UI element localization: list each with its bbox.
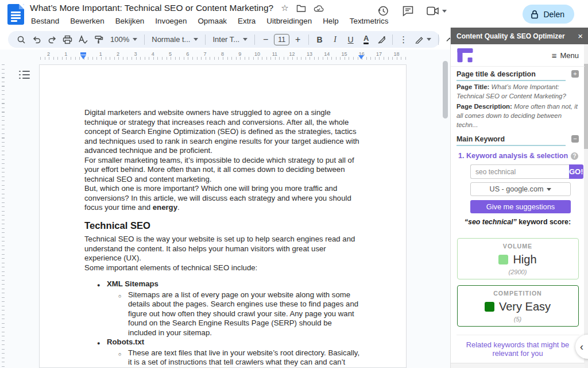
main-keyword-heading: Main Keyword xyxy=(457,135,505,143)
ruler-number: 1 xyxy=(99,51,102,57)
left-indent-marker[interactable] xyxy=(80,55,86,59)
version-history-icon[interactable] xyxy=(377,5,389,17)
ruler-number: 6 xyxy=(186,51,189,57)
underline-button[interactable]: U xyxy=(343,32,358,47)
ruler-number: 2 xyxy=(47,51,50,57)
sidebar-header: Content Quality & SEO Optimizer × xyxy=(451,28,588,44)
related-keywords-heading: Related keywords that might be relevant … xyxy=(457,335,579,358)
move-folder-icon[interactable] xyxy=(296,4,306,13)
lock-icon xyxy=(531,10,539,19)
paint-format-icon[interactable] xyxy=(91,32,106,47)
right-indent-marker[interactable] xyxy=(358,55,364,59)
editing-mode-button[interactable] xyxy=(412,32,435,47)
bullet-icon: ● xyxy=(97,338,107,348)
list-item[interactable]: ○Sitemaps are a list of every page on yo… xyxy=(84,290,362,338)
spellcheck-icon[interactable] xyxy=(76,32,90,47)
bullet-list: ●XML Sitemaps ○Sitemaps are a list of ev… xyxy=(84,279,362,368)
document-title[interactable]: What’s More Important: Technical SEO or … xyxy=(30,3,273,13)
cloud-status-icon[interactable] xyxy=(314,4,324,12)
menu-bekijken[interactable]: Bekijken xyxy=(115,17,145,25)
textmetrics-logo xyxy=(457,48,474,63)
close-icon[interactable]: × xyxy=(578,32,583,40)
list-item[interactable]: ○These are text files that live in your … xyxy=(84,348,362,368)
sidebar-menu-button[interactable]: ≡ Menu xyxy=(552,51,579,60)
ruler-number: 4 xyxy=(152,51,154,57)
italic-button[interactable]: I xyxy=(328,32,342,47)
menu-bar: Bestand Bewerken Bekijken Invoegen Opmaa… xyxy=(31,17,388,25)
ruler-number: 15 xyxy=(341,51,347,57)
document-page[interactable]: Digital marketers and website owners hav… xyxy=(39,64,407,368)
competition-label: COMPETITION xyxy=(458,290,578,297)
expand-section-button[interactable]: + xyxy=(571,70,579,78)
hamburger-icon: ≡ xyxy=(552,51,557,60)
page-title-desc-heading: Page title & description xyxy=(457,70,536,78)
paragraph[interactable]: Technical SEO is the way your website is… xyxy=(84,235,362,263)
paragraph[interactable]: Digital marketers and website owners hav… xyxy=(84,108,362,156)
menu-bestand[interactable]: Bestand xyxy=(31,17,59,25)
ruler-number: 2 xyxy=(117,51,119,57)
list-item[interactable]: ●XML Sitemaps xyxy=(84,279,362,290)
sidebar-scrollbar-track[interactable] xyxy=(584,44,588,368)
first-line-indent-marker[interactable] xyxy=(80,52,86,55)
keyword-score-label: “seo technical” keyword score: xyxy=(457,218,579,226)
font-size-increase-button[interactable]: + xyxy=(291,32,305,47)
list-item[interactable]: ●Robots.txt xyxy=(84,338,362,348)
print-icon[interactable] xyxy=(60,32,75,47)
sidebar-menu-label: Menu xyxy=(560,51,579,60)
zoom-select[interactable]: 100% xyxy=(107,35,141,44)
search-icon[interactable] xyxy=(14,32,28,47)
undo-icon[interactable] xyxy=(29,32,44,47)
font-size-input[interactable] xyxy=(274,34,289,45)
section-heading[interactable]: Technical SEO xyxy=(84,221,362,231)
menu-help[interactable]: Help xyxy=(323,17,339,25)
paragraph[interactable]: But, which one is more important? Which … xyxy=(84,184,362,213)
menu-invoegen[interactable]: Invoegen xyxy=(155,17,187,25)
share-button[interactable]: Delen xyxy=(523,5,574,24)
toolbar-strip: 100% Normale t... Inter T... − + B I U A… xyxy=(0,28,450,49)
menu-opmaak[interactable]: Opmaak xyxy=(198,17,227,25)
font-size-decrease-button[interactable]: − xyxy=(258,32,273,47)
bold-button[interactable]: B xyxy=(312,32,327,47)
redo-icon[interactable] xyxy=(45,32,59,47)
help-icon[interactable]: ? xyxy=(571,152,578,160)
meet-dropdown-caret[interactable] xyxy=(442,10,447,13)
horizontal-ruler[interactable]: 21123456789101112131415161718 xyxy=(0,51,450,60)
menu-textmetrics[interactable]: Textmetrics xyxy=(350,17,389,25)
vertical-ruler[interactable] xyxy=(2,64,5,368)
suggestions-button[interactable]: Give me suggestions xyxy=(470,200,571,213)
document-outline-icon[interactable] xyxy=(19,70,30,79)
paragraph[interactable]: Some important elements of technical SEO… xyxy=(84,263,362,273)
collapse-section-button[interactable]: − xyxy=(571,135,579,143)
paragraph-style-select[interactable]: Normale t... xyxy=(148,35,202,44)
comments-icon[interactable] xyxy=(402,5,414,17)
sidebar-scrollbar-thumb[interactable] xyxy=(584,64,588,149)
seo-optimizer-sidebar: Content Quality & SEO Optimizer × ≡ Menu… xyxy=(450,28,588,368)
go-button[interactable]: GO! xyxy=(569,164,583,179)
bullet-icon: ○ xyxy=(118,348,128,368)
competition-color-swatch xyxy=(485,302,494,312)
text-color-button[interactable]: A xyxy=(359,32,373,47)
chevron-left-icon: ‹ xyxy=(580,341,583,353)
ruler-number: 17 xyxy=(376,51,382,57)
google-docs-logo[interactable] xyxy=(7,4,24,25)
meet-call-button[interactable] xyxy=(427,6,447,16)
star-icon[interactable]: ☆ xyxy=(281,3,288,13)
document-scrollbar[interactable] xyxy=(443,61,448,118)
ruler-number: 14 xyxy=(324,51,330,57)
menu-bewerken[interactable]: Bewerken xyxy=(70,17,105,25)
more-options-icon[interactable]: ⋮ xyxy=(396,32,411,47)
page-description-line: Page Description: More often than not, i… xyxy=(457,102,579,129)
region-select[interactable]: US - google.com xyxy=(470,182,571,196)
paragraph[interactable]: For smaller marketing teams, it’s imposs… xyxy=(84,156,362,185)
menu-uitbreidingen[interactable]: Uitbreidingen xyxy=(266,17,312,25)
document-text[interactable]: Digital marketers and website owners hav… xyxy=(84,108,362,368)
menu-extra[interactable]: Extra xyxy=(238,17,256,25)
ruler-number: 8 xyxy=(221,51,224,57)
font-select[interactable]: Inter T... xyxy=(209,35,251,44)
document-area: 21123456789101112131415161718 Digital ma… xyxy=(0,49,450,368)
keyword-analysis-heading: 1. Keyword analysis & selection xyxy=(458,152,568,160)
keyword-input[interactable] xyxy=(470,164,569,179)
volume-count: (2900) xyxy=(458,269,578,275)
highlight-color-button[interactable] xyxy=(374,32,389,47)
ruler-number: 18 xyxy=(393,51,399,57)
